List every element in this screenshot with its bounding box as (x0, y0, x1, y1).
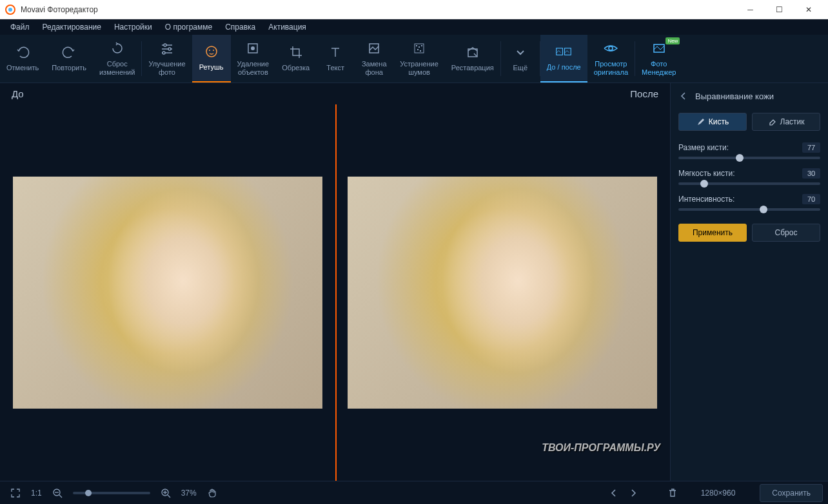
gallery-icon (651, 41, 667, 56)
before-image (0, 104, 335, 481)
new-badge: New (665, 37, 680, 44)
chevron-down-icon (513, 44, 528, 60)
svg-line-31 (168, 495, 170, 498)
face-icon (204, 44, 219, 59)
eye-icon (603, 41, 618, 56)
save-button[interactable]: Сохранить (760, 484, 823, 502)
svg-rect-18 (419, 46, 420, 48)
svg-point-10 (213, 50, 214, 51)
menu-activation[interactable]: Активация (262, 21, 313, 34)
zoom-out-button[interactable] (47, 485, 68, 501)
slider-value[interactable]: 30 (802, 168, 820, 179)
prev-image-button[interactable] (604, 486, 624, 500)
retouch-button[interactable]: Ретушь (192, 35, 231, 82)
eraser-tab[interactable]: Ластик (752, 113, 820, 131)
slider-track[interactable] (678, 208, 820, 211)
sliders-icon (159, 41, 175, 56)
zoom-percent[interactable]: 37% (176, 486, 202, 500)
photo-before (13, 177, 322, 409)
svg-point-7 (163, 52, 165, 54)
delete-button[interactable] (662, 485, 683, 501)
before-after-button[interactable]: До / после (540, 35, 587, 82)
undo-icon (15, 44, 30, 60)
remove-icon (245, 41, 261, 56)
fullscreen-button[interactable] (5, 485, 26, 501)
redo-icon (61, 44, 77, 60)
window-controls: ─ ☐ ✕ (736, 0, 823, 19)
zoom-slider[interactable] (73, 492, 150, 494)
enhance-button[interactable]: Улучшение фото (142, 35, 192, 82)
crop-button[interactable]: Обрезка (275, 35, 316, 82)
background-button[interactable]: Замена фона (355, 35, 393, 82)
photo-manager-button[interactable]: New Фото Менеджер (635, 35, 682, 82)
slider-label: Интенсивность: (678, 195, 734, 204)
before-label: До (12, 88, 630, 99)
app-logo (5, 5, 15, 15)
hand-tool-button[interactable] (202, 485, 222, 501)
menu-about[interactable]: О программе (159, 21, 219, 34)
bottom-bar: 1:1 37% 1280×960 Сохранить (0, 481, 828, 504)
photo-after (348, 177, 657, 409)
canvas-content[interactable] (0, 104, 670, 481)
canvas-area: До После ТВОИ-ПРОГРАММЫ.РУ (0, 83, 670, 481)
toolbar: Отменить Повторить Сброс изменений Улучш… (0, 35, 828, 83)
menubar: Файл Редактирование Настройки О программ… (0, 19, 828, 35)
zoom-thumb[interactable] (85, 490, 92, 496)
eraser-icon (768, 117, 777, 126)
close-button[interactable]: ✕ (794, 0, 823, 19)
reset-button[interactable]: Сброс (752, 224, 820, 242)
window-title: Movavi Фоторедактор (21, 5, 736, 14)
more-button[interactable]: Ещё (501, 35, 540, 82)
text-button[interactable]: Текст (316, 35, 355, 82)
svg-rect-17 (416, 45, 417, 46)
menu-edit[interactable]: Редактирование (36, 21, 108, 34)
panel-header: Выравнивание кожи (678, 91, 820, 101)
slider-track[interactable] (678, 182, 820, 185)
menu-settings[interactable]: Настройки (108, 21, 159, 34)
slider-thumb[interactable] (700, 180, 708, 188)
slider-track[interactable] (678, 157, 820, 159)
noise-reduction-button[interactable]: Устранение шумов (393, 35, 445, 82)
view-original-button[interactable]: Просмотр оригинала (587, 35, 635, 82)
redo-button[interactable]: Повторить (45, 35, 93, 82)
restoration-button[interactable]: Реставрация (445, 35, 500, 82)
menu-file[interactable]: Файл (4, 21, 36, 34)
svg-rect-19 (421, 45, 422, 46)
brush-tab[interactable]: Кисть (678, 113, 747, 131)
background-icon (366, 41, 382, 56)
slider-label: Мягкость кисти: (678, 169, 735, 178)
zoom-ratio[interactable]: 1:1 (26, 486, 47, 500)
main-area: До После ТВОИ-ПРОГРАММЫ.РУ Выравнивание … (0, 83, 828, 481)
canvas-labels: До После (0, 83, 670, 104)
svg-rect-21 (420, 50, 421, 52)
zoom-in-button[interactable] (155, 485, 176, 501)
apply-button[interactable]: Применить (678, 224, 747, 242)
slider-value[interactable]: 77 (802, 142, 820, 153)
undo-button[interactable]: Отменить (0, 35, 45, 82)
noise-icon (411, 41, 427, 56)
after-label: После (630, 88, 658, 99)
next-image-button[interactable] (624, 486, 643, 500)
svg-point-1 (8, 8, 12, 12)
maximize-button[interactable]: ☐ (765, 0, 794, 19)
minimize-button[interactable]: ─ (736, 0, 765, 19)
menu-help[interactable]: Справка (219, 21, 262, 34)
remove-objects-button[interactable]: Удаление объектов (231, 35, 276, 82)
compare-divider[interactable] (335, 104, 337, 481)
svg-point-25 (609, 46, 613, 50)
crop-icon (288, 44, 304, 60)
tool-tabs: Кисть Ластик (678, 113, 820, 131)
slider-thumb[interactable] (736, 154, 744, 162)
svg-point-6 (168, 48, 171, 50)
svg-point-9 (209, 50, 210, 51)
slider-thumb[interactable] (760, 206, 767, 213)
svg-line-28 (59, 495, 62, 498)
image-dimensions: 1280×960 (696, 486, 741, 500)
reset-changes-button[interactable]: Сброс изменений (93, 35, 141, 82)
after-image (335, 104, 671, 481)
slider-value[interactable]: 70 (802, 194, 820, 204)
brush-size-slider: Размер кисти: 77 (678, 142, 820, 159)
titlebar: Movavi Фоторедактор ─ ☐ ✕ (0, 0, 828, 19)
back-arrow-icon[interactable] (678, 91, 689, 101)
softness-slider: Мягкость кисти: 30 (678, 168, 820, 185)
